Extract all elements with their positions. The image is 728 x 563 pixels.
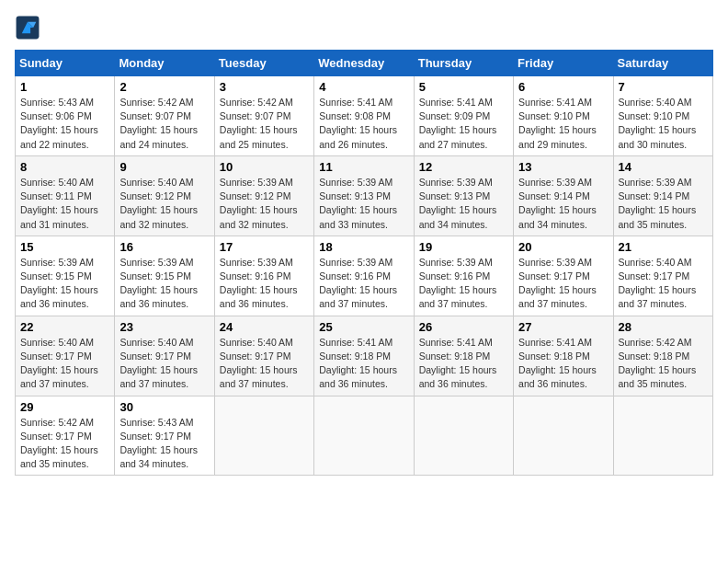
calendar-cell: 18Sunrise: 5:39 AMSunset: 9:16 PMDayligh… [314,236,414,316]
calendar-cell: 23Sunrise: 5:40 AMSunset: 9:17 PMDayligh… [115,316,214,396]
day-info: Sunrise: 5:42 AMSunset: 9:07 PMDaylight:… [119,96,209,152]
day-info: Sunrise: 5:39 AMSunset: 9:14 PMDaylight:… [619,176,708,232]
day-info: Sunrise: 5:40 AMSunset: 9:12 PMDaylight:… [119,176,209,232]
weekday-header-thursday: Thursday [414,51,513,76]
day-info: Sunrise: 5:40 AMSunset: 9:11 PMDaylight:… [20,176,109,232]
calendar-cell: 29Sunrise: 5:42 AMSunset: 9:17 PMDayligh… [16,396,115,476]
calendar-cell: 7Sunrise: 5:40 AMSunset: 9:10 PMDaylight… [613,76,712,156]
day-info: Sunrise: 5:41 AMSunset: 9:09 PMDaylight:… [419,96,508,152]
day-info: Sunrise: 5:40 AMSunset: 9:17 PMDaylight:… [20,336,109,392]
calendar-cell: 11Sunrise: 5:39 AMSunset: 9:13 PMDayligh… [314,155,414,236]
logo [15,15,44,40]
day-number: 3 [220,80,309,94]
calendar-cell: 30Sunrise: 5:43 AMSunset: 9:17 PMDayligh… [115,396,214,476]
day-number: 7 [619,80,708,94]
calendar-cell: 17Sunrise: 5:39 AMSunset: 9:16 PMDayligh… [214,236,313,316]
day-number: 6 [518,80,608,94]
day-number: 9 [119,160,209,174]
day-number: 24 [220,320,309,334]
weekday-header-sunday: Sunday [16,51,115,76]
calendar-week-row: 1Sunrise: 5:43 AMSunset: 9:06 PMDaylight… [16,76,713,156]
weekday-header-friday: Friday [514,51,613,76]
day-info: Sunrise: 5:39 AMSunset: 9:16 PMDaylight:… [319,256,408,312]
day-info: Sunrise: 5:39 AMSunset: 9:15 PMDaylight:… [20,256,109,312]
day-info: Sunrise: 5:40 AMSunset: 9:17 PMDaylight:… [220,336,309,392]
calendar-cell: 21Sunrise: 5:40 AMSunset: 9:17 PMDayligh… [613,236,712,316]
day-info: Sunrise: 5:41 AMSunset: 9:10 PMDaylight:… [518,96,608,152]
calendar-cell: 13Sunrise: 5:39 AMSunset: 9:14 PMDayligh… [514,155,613,236]
calendar-cell: 28Sunrise: 5:42 AMSunset: 9:18 PMDayligh… [613,316,712,396]
day-number: 2 [119,80,209,94]
calendar-cell: 8Sunrise: 5:40 AMSunset: 9:11 PMDaylight… [16,155,115,236]
calendar-cell: 1Sunrise: 5:43 AMSunset: 9:06 PMDaylight… [16,76,115,156]
calendar-week-row: 29Sunrise: 5:42 AMSunset: 9:17 PMDayligh… [16,396,713,476]
day-number: 16 [119,240,209,254]
calendar-cell: 16Sunrise: 5:39 AMSunset: 9:15 PMDayligh… [115,236,214,316]
day-number: 8 [20,160,109,174]
calendar-week-row: 8Sunrise: 5:40 AMSunset: 9:11 PMDaylight… [16,155,713,236]
day-info: Sunrise: 5:42 AMSunset: 9:07 PMDaylight:… [220,96,309,152]
day-number: 25 [319,320,408,334]
calendar-week-row: 15Sunrise: 5:39 AMSunset: 9:15 PMDayligh… [16,236,713,316]
day-number: 27 [518,320,608,334]
day-info: Sunrise: 5:39 AMSunset: 9:17 PMDaylight:… [518,256,608,312]
day-number: 4 [319,80,408,94]
day-info: Sunrise: 5:41 AMSunset: 9:18 PMDaylight:… [319,336,408,392]
calendar-cell: 3Sunrise: 5:42 AMSunset: 9:07 PMDaylight… [214,76,313,156]
day-number: 12 [419,160,508,174]
calendar-cell: 14Sunrise: 5:39 AMSunset: 9:14 PMDayligh… [613,155,712,236]
day-number: 28 [619,320,708,334]
calendar-cell: 2Sunrise: 5:42 AMSunset: 9:07 PMDaylight… [115,76,214,156]
day-number: 26 [419,320,508,334]
calendar-cell: 9Sunrise: 5:40 AMSunset: 9:12 PMDaylight… [115,155,214,236]
day-info: Sunrise: 5:40 AMSunset: 9:17 PMDaylight:… [619,256,708,312]
day-number: 14 [619,160,708,174]
day-number: 30 [119,400,209,414]
day-number: 23 [119,320,209,334]
day-info: Sunrise: 5:39 AMSunset: 9:15 PMDaylight:… [119,256,209,312]
calendar-cell: 10Sunrise: 5:39 AMSunset: 9:12 PMDayligh… [214,155,313,236]
calendar-cell [214,396,313,476]
calendar-cell: 25Sunrise: 5:41 AMSunset: 9:18 PMDayligh… [314,316,414,396]
header [15,15,713,40]
day-number: 13 [518,160,608,174]
calendar-cell: 5Sunrise: 5:41 AMSunset: 9:09 PMDaylight… [414,76,513,156]
calendar-cell: 6Sunrise: 5:41 AMSunset: 9:10 PMDaylight… [514,76,613,156]
day-number: 1 [20,80,109,94]
day-info: Sunrise: 5:39 AMSunset: 9:12 PMDaylight:… [220,176,309,232]
day-info: Sunrise: 5:39 AMSunset: 9:16 PMDaylight:… [419,256,508,312]
calendar-week-row: 22Sunrise: 5:40 AMSunset: 9:17 PMDayligh… [16,316,713,396]
day-info: Sunrise: 5:42 AMSunset: 9:17 PMDaylight:… [20,416,109,472]
day-number: 18 [319,240,408,254]
weekday-header-tuesday: Tuesday [214,51,313,76]
calendar-cell: 20Sunrise: 5:39 AMSunset: 9:17 PMDayligh… [514,236,613,316]
calendar-cell [314,396,414,476]
day-info: Sunrise: 5:40 AMSunset: 9:10 PMDaylight:… [619,96,708,152]
logo-icon [15,15,40,40]
day-info: Sunrise: 5:39 AMSunset: 9:14 PMDaylight:… [518,176,608,232]
day-number: 20 [518,240,608,254]
day-number: 15 [20,240,109,254]
day-number: 29 [20,400,109,414]
day-info: Sunrise: 5:39 AMSunset: 9:13 PMDaylight:… [419,176,508,232]
calendar-cell [613,396,712,476]
calendar-cell: 12Sunrise: 5:39 AMSunset: 9:13 PMDayligh… [414,155,513,236]
day-number: 22 [20,320,109,334]
day-info: Sunrise: 5:41 AMSunset: 9:08 PMDaylight:… [319,96,408,152]
calendar-table: SundayMondayTuesdayWednesdayThursdayFrid… [15,50,713,476]
day-number: 17 [220,240,309,254]
day-number: 10 [220,160,309,174]
weekday-header-monday: Monday [115,51,214,76]
day-number: 21 [619,240,708,254]
day-number: 11 [319,160,408,174]
day-info: Sunrise: 5:39 AMSunset: 9:16 PMDaylight:… [220,256,309,312]
calendar-cell: 27Sunrise: 5:41 AMSunset: 9:18 PMDayligh… [514,316,613,396]
calendar-cell [414,396,513,476]
calendar-cell: 22Sunrise: 5:40 AMSunset: 9:17 PMDayligh… [16,316,115,396]
weekday-header-row: SundayMondayTuesdayWednesdayThursdayFrid… [16,51,713,76]
calendar-cell: 15Sunrise: 5:39 AMSunset: 9:15 PMDayligh… [16,236,115,316]
calendar-cell: 26Sunrise: 5:41 AMSunset: 9:18 PMDayligh… [414,316,513,396]
weekday-header-wednesday: Wednesday [314,51,414,76]
day-info: Sunrise: 5:43 AMSunset: 9:06 PMDaylight:… [20,96,109,152]
calendar-cell [514,396,613,476]
